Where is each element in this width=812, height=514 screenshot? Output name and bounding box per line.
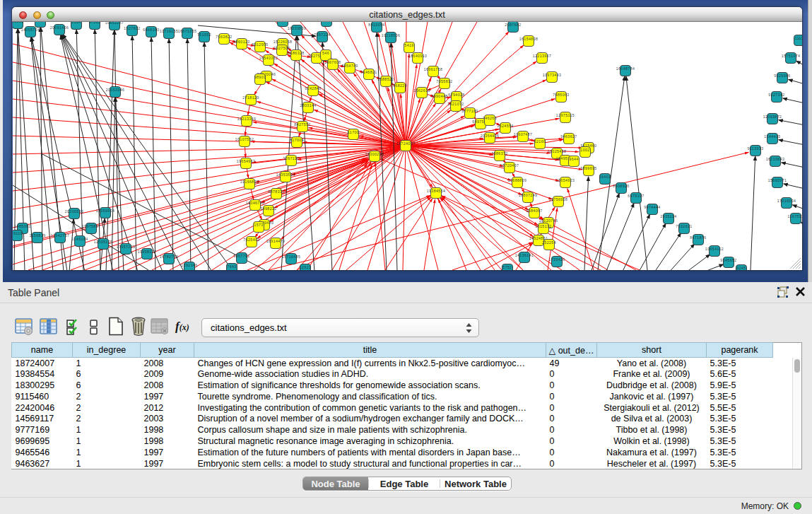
svg-text:16648784: 16648784: [616, 66, 635, 71]
svg-text:7663822: 7663822: [216, 35, 232, 39]
svg-text:5419: 5419: [404, 43, 413, 47]
svg-text:11700: 11700: [348, 130, 359, 134]
svg-text:1244415: 1244415: [764, 134, 780, 139]
svg-text:9245652: 9245652: [720, 258, 736, 262]
svg-text:9327506: 9327506: [273, 46, 290, 50]
svg-text:1588520: 1588520: [377, 77, 394, 81]
svg-text:1634: 1634: [71, 22, 81, 24]
svg-text:9242848: 9242848: [305, 86, 321, 90]
svg-text:19218506: 19218506: [382, 33, 401, 37]
svg-text:8878332: 8878332: [268, 189, 284, 194]
svg-text:8471876: 8471876: [690, 235, 706, 240]
svg-text:12975115: 12975115: [556, 113, 575, 117]
svg-text:2967608: 2967608: [324, 60, 341, 64]
svg-text:9644: 9644: [569, 157, 578, 161]
svg-text:2803144: 2803144: [300, 103, 316, 107]
svg-text:1573: 1573: [254, 223, 263, 227]
svg-text:10688809: 10688809: [508, 178, 527, 182]
svg-text:9146821: 9146821: [360, 70, 377, 74]
svg-text:9113933: 9113933: [748, 146, 764, 151]
svg-text:3498222: 3498222: [260, 206, 276, 211]
svg-text:12942757: 12942757: [51, 233, 70, 238]
svg-text:7632621: 7632621: [676, 224, 692, 228]
svg-text:20691406: 20691406: [50, 25, 69, 30]
svg-text:16401: 16401: [599, 175, 611, 179]
svg-text:8938926: 8938926: [613, 184, 629, 188]
svg-text:16046738: 16046738: [246, 201, 265, 205]
svg-text:10653267: 10653267: [105, 22, 124, 25]
svg-text:7485063: 7485063: [553, 93, 569, 97]
svg-text:817004: 817004: [290, 138, 304, 142]
svg-text:1112: 1112: [795, 36, 802, 40]
svg-text:12213369: 12213369: [237, 117, 257, 121]
svg-text:9899695: 9899695: [580, 166, 596, 170]
svg-text:19975867: 19975867: [82, 224, 101, 228]
svg-text:751552: 751552: [197, 33, 211, 37]
svg-text:39119: 39119: [13, 231, 23, 235]
svg-text:8860123: 8860123: [233, 40, 249, 44]
svg-text:9474444: 9474444: [644, 205, 660, 209]
svg-text:1485061: 1485061: [14, 224, 30, 228]
svg-text:1156829: 1156829: [30, 233, 46, 238]
svg-text:18724007: 18724007: [396, 141, 416, 146]
svg-text:15751074: 15751074: [782, 54, 801, 58]
svg-text:546: 546: [322, 51, 329, 55]
svg-text:12213967: 12213967: [533, 54, 552, 58]
svg-text:1292346: 1292346: [181, 263, 197, 267]
svg-text:17016504: 17016504: [777, 199, 796, 203]
svg-text:19654923: 19654923: [556, 178, 575, 182]
svg-text:7357224: 7357224: [314, 33, 330, 37]
svg-text:3267110: 3267110: [283, 156, 300, 160]
svg-text:9227342: 9227342: [768, 93, 784, 97]
svg-text:12093872: 12093872: [763, 115, 782, 119]
svg-text:7643: 7643: [227, 264, 236, 269]
svg-text:2087682: 2087682: [505, 23, 521, 27]
svg-text:16961758: 16961758: [424, 67, 443, 71]
svg-text:12923: 12923: [300, 265, 312, 269]
svg-text:968220: 968220: [393, 83, 407, 88]
svg-text:1527602: 1527602: [124, 26, 140, 30]
svg-text:10025438: 10025438: [548, 149, 567, 153]
svg-text:20364436: 20364436: [481, 134, 500, 138]
svg-text:15716485: 15716485: [282, 255, 301, 259]
svg-text:19166825: 19166825: [240, 180, 259, 184]
svg-text:9329966: 9329966: [774, 74, 790, 78]
svg-text:9457791: 9457791: [233, 254, 249, 258]
svg-text:9245: 9245: [736, 266, 746, 270]
svg-text:7955812: 7955812: [436, 79, 452, 83]
svg-text:16033809: 16033809: [288, 26, 307, 30]
svg-text:20206536: 20206536: [65, 209, 84, 214]
svg-text:1615132: 1615132: [535, 224, 551, 228]
svg-text:15692971: 15692971: [768, 178, 787, 182]
svg-text:1362615: 1362615: [413, 88, 430, 93]
svg-text:2718129: 2718129: [242, 95, 259, 100]
svg-text:17359924: 17359924: [96, 209, 115, 213]
svg-text:19384554: 19384554: [427, 189, 446, 193]
svg-text:8454749: 8454749: [341, 64, 358, 68]
svg-text:98901: 98901: [254, 75, 266, 79]
svg-text:16543362: 16543362: [259, 56, 278, 60]
svg-text:1167533: 1167533: [788, 214, 802, 218]
svg-text:10719155: 10719155: [160, 29, 179, 33]
svg-text:8990448: 8990448: [431, 94, 447, 98]
svg-text:14353594: 14353594: [276, 173, 295, 177]
svg-text:3624554: 3624554: [497, 124, 513, 128]
svg-text:6479197: 6479197: [628, 194, 644, 198]
svg-text:12505135: 12505135: [94, 240, 113, 244]
svg-text:9463627: 9463627: [560, 134, 577, 139]
svg-text:1002: 1002: [580, 148, 589, 152]
svg-text:8427552: 8427552: [294, 122, 310, 127]
svg-text:97565: 97565: [89, 22, 101, 24]
svg-text:19958107: 19958107: [138, 250, 157, 254]
svg-text:15720407: 15720407: [500, 163, 519, 168]
svg-text:2935114: 2935114: [661, 214, 677, 218]
svg-text:6466160: 6466160: [143, 28, 159, 32]
svg-text:6794028: 6794028: [448, 93, 464, 97]
svg-text:19654963: 19654963: [237, 159, 256, 163]
svg-text:1733426: 1733426: [548, 257, 565, 262]
svg-text:18300295: 18300295: [365, 152, 384, 156]
svg-text:18807249: 18807249: [519, 193, 538, 197]
svg-text:20391: 20391: [13, 22, 23, 23]
svg-text:16120746: 16120746: [539, 218, 558, 223]
svg-text:62160: 62160: [534, 139, 546, 144]
